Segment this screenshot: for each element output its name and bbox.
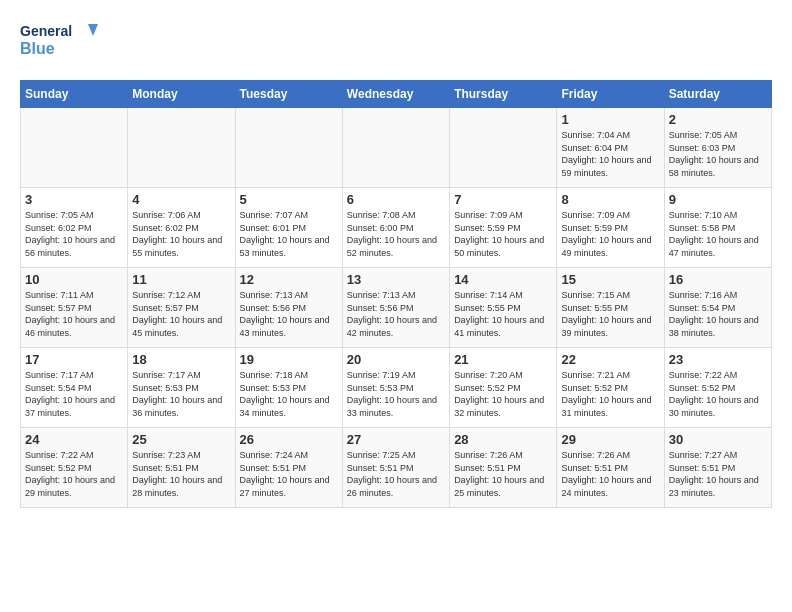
calendar-cell: 25Sunrise: 7:23 AM Sunset: 5:51 PM Dayli… <box>128 428 235 508</box>
calendar-cell <box>128 108 235 188</box>
calendar-cell: 17Sunrise: 7:17 AM Sunset: 5:54 PM Dayli… <box>21 348 128 428</box>
day-number: 27 <box>347 432 445 447</box>
calendar-cell: 14Sunrise: 7:14 AM Sunset: 5:55 PM Dayli… <box>450 268 557 348</box>
day-info: Sunrise: 7:26 AM Sunset: 5:51 PM Dayligh… <box>454 449 552 499</box>
day-number: 23 <box>669 352 767 367</box>
day-info: Sunrise: 7:17 AM Sunset: 5:53 PM Dayligh… <box>132 369 230 419</box>
calendar-cell <box>450 108 557 188</box>
day-number: 17 <box>25 352 123 367</box>
day-info: Sunrise: 7:22 AM Sunset: 5:52 PM Dayligh… <box>669 369 767 419</box>
day-number: 24 <box>25 432 123 447</box>
day-number: 22 <box>561 352 659 367</box>
day-number: 6 <box>347 192 445 207</box>
calendar-cell: 5Sunrise: 7:07 AM Sunset: 6:01 PM Daylig… <box>235 188 342 268</box>
calendar-cell: 7Sunrise: 7:09 AM Sunset: 5:59 PM Daylig… <box>450 188 557 268</box>
calendar-cell <box>342 108 449 188</box>
calendar-cell: 11Sunrise: 7:12 AM Sunset: 5:57 PM Dayli… <box>128 268 235 348</box>
day-number: 25 <box>132 432 230 447</box>
day-info: Sunrise: 7:10 AM Sunset: 5:58 PM Dayligh… <box>669 209 767 259</box>
calendar-cell: 19Sunrise: 7:18 AM Sunset: 5:53 PM Dayli… <box>235 348 342 428</box>
day-info: Sunrise: 7:19 AM Sunset: 5:53 PM Dayligh… <box>347 369 445 419</box>
day-info: Sunrise: 7:17 AM Sunset: 5:54 PM Dayligh… <box>25 369 123 419</box>
weekday-header-sunday: Sunday <box>21 81 128 108</box>
day-info: Sunrise: 7:13 AM Sunset: 5:56 PM Dayligh… <box>347 289 445 339</box>
day-info: Sunrise: 7:20 AM Sunset: 5:52 PM Dayligh… <box>454 369 552 419</box>
day-number: 8 <box>561 192 659 207</box>
day-number: 16 <box>669 272 767 287</box>
day-number: 30 <box>669 432 767 447</box>
day-number: 7 <box>454 192 552 207</box>
day-number: 5 <box>240 192 338 207</box>
weekday-header-friday: Friday <box>557 81 664 108</box>
weekday-header-wednesday: Wednesday <box>342 81 449 108</box>
day-info: Sunrise: 7:12 AM Sunset: 5:57 PM Dayligh… <box>132 289 230 339</box>
day-info: Sunrise: 7:27 AM Sunset: 5:51 PM Dayligh… <box>669 449 767 499</box>
weekday-header-thursday: Thursday <box>450 81 557 108</box>
calendar-table: SundayMondayTuesdayWednesdayThursdayFrid… <box>20 80 772 508</box>
day-number: 4 <box>132 192 230 207</box>
page-header: General Blue <box>20 20 772 64</box>
day-info: Sunrise: 7:13 AM Sunset: 5:56 PM Dayligh… <box>240 289 338 339</box>
calendar-cell: 9Sunrise: 7:10 AM Sunset: 5:58 PM Daylig… <box>664 188 771 268</box>
day-info: Sunrise: 7:09 AM Sunset: 5:59 PM Dayligh… <box>561 209 659 259</box>
weekday-header-row: SundayMondayTuesdayWednesdayThursdayFrid… <box>21 81 772 108</box>
calendar-cell: 27Sunrise: 7:25 AM Sunset: 5:51 PM Dayli… <box>342 428 449 508</box>
day-info: Sunrise: 7:07 AM Sunset: 6:01 PM Dayligh… <box>240 209 338 259</box>
day-info: Sunrise: 7:05 AM Sunset: 6:03 PM Dayligh… <box>669 129 767 179</box>
weekday-header-tuesday: Tuesday <box>235 81 342 108</box>
calendar-cell: 10Sunrise: 7:11 AM Sunset: 5:57 PM Dayli… <box>21 268 128 348</box>
day-info: Sunrise: 7:14 AM Sunset: 5:55 PM Dayligh… <box>454 289 552 339</box>
calendar-cell: 8Sunrise: 7:09 AM Sunset: 5:59 PM Daylig… <box>557 188 664 268</box>
day-number: 21 <box>454 352 552 367</box>
calendar-cell: 18Sunrise: 7:17 AM Sunset: 5:53 PM Dayli… <box>128 348 235 428</box>
calendar-cell: 24Sunrise: 7:22 AM Sunset: 5:52 PM Dayli… <box>21 428 128 508</box>
day-info: Sunrise: 7:25 AM Sunset: 5:51 PM Dayligh… <box>347 449 445 499</box>
week-row-3: 10Sunrise: 7:11 AM Sunset: 5:57 PM Dayli… <box>21 268 772 348</box>
week-row-1: 1Sunrise: 7:04 AM Sunset: 6:04 PM Daylig… <box>21 108 772 188</box>
calendar-cell: 22Sunrise: 7:21 AM Sunset: 5:52 PM Dayli… <box>557 348 664 428</box>
day-info: Sunrise: 7:04 AM Sunset: 6:04 PM Dayligh… <box>561 129 659 179</box>
day-info: Sunrise: 7:24 AM Sunset: 5:51 PM Dayligh… <box>240 449 338 499</box>
day-number: 2 <box>669 112 767 127</box>
day-number: 26 <box>240 432 338 447</box>
weekday-header-monday: Monday <box>128 81 235 108</box>
day-info: Sunrise: 7:18 AM Sunset: 5:53 PM Dayligh… <box>240 369 338 419</box>
logo-svg: General Blue <box>20 20 100 64</box>
day-info: Sunrise: 7:15 AM Sunset: 5:55 PM Dayligh… <box>561 289 659 339</box>
svg-text:General: General <box>20 23 72 39</box>
day-info: Sunrise: 7:26 AM Sunset: 5:51 PM Dayligh… <box>561 449 659 499</box>
day-info: Sunrise: 7:06 AM Sunset: 6:02 PM Dayligh… <box>132 209 230 259</box>
day-number: 13 <box>347 272 445 287</box>
day-number: 19 <box>240 352 338 367</box>
calendar-cell: 3Sunrise: 7:05 AM Sunset: 6:02 PM Daylig… <box>21 188 128 268</box>
day-number: 15 <box>561 272 659 287</box>
calendar-cell: 13Sunrise: 7:13 AM Sunset: 5:56 PM Dayli… <box>342 268 449 348</box>
day-number: 10 <box>25 272 123 287</box>
day-info: Sunrise: 7:22 AM Sunset: 5:52 PM Dayligh… <box>25 449 123 499</box>
day-info: Sunrise: 7:23 AM Sunset: 5:51 PM Dayligh… <box>132 449 230 499</box>
calendar-cell: 26Sunrise: 7:24 AM Sunset: 5:51 PM Dayli… <box>235 428 342 508</box>
day-number: 18 <box>132 352 230 367</box>
calendar-cell <box>235 108 342 188</box>
day-number: 29 <box>561 432 659 447</box>
calendar-cell: 6Sunrise: 7:08 AM Sunset: 6:00 PM Daylig… <box>342 188 449 268</box>
calendar-cell: 29Sunrise: 7:26 AM Sunset: 5:51 PM Dayli… <box>557 428 664 508</box>
logo: General Blue <box>20 20 100 64</box>
week-row-4: 17Sunrise: 7:17 AM Sunset: 5:54 PM Dayli… <box>21 348 772 428</box>
day-info: Sunrise: 7:21 AM Sunset: 5:52 PM Dayligh… <box>561 369 659 419</box>
calendar-cell: 12Sunrise: 7:13 AM Sunset: 5:56 PM Dayli… <box>235 268 342 348</box>
calendar-cell <box>21 108 128 188</box>
day-number: 28 <box>454 432 552 447</box>
day-number: 14 <box>454 272 552 287</box>
calendar-cell: 21Sunrise: 7:20 AM Sunset: 5:52 PM Dayli… <box>450 348 557 428</box>
svg-text:Blue: Blue <box>20 40 55 57</box>
calendar-cell: 28Sunrise: 7:26 AM Sunset: 5:51 PM Dayli… <box>450 428 557 508</box>
day-number: 9 <box>669 192 767 207</box>
day-info: Sunrise: 7:16 AM Sunset: 5:54 PM Dayligh… <box>669 289 767 339</box>
day-info: Sunrise: 7:08 AM Sunset: 6:00 PM Dayligh… <box>347 209 445 259</box>
week-row-5: 24Sunrise: 7:22 AM Sunset: 5:52 PM Dayli… <box>21 428 772 508</box>
calendar-cell: 4Sunrise: 7:06 AM Sunset: 6:02 PM Daylig… <box>128 188 235 268</box>
calendar-cell: 2Sunrise: 7:05 AM Sunset: 6:03 PM Daylig… <box>664 108 771 188</box>
calendar-cell: 15Sunrise: 7:15 AM Sunset: 5:55 PM Dayli… <box>557 268 664 348</box>
day-number: 3 <box>25 192 123 207</box>
